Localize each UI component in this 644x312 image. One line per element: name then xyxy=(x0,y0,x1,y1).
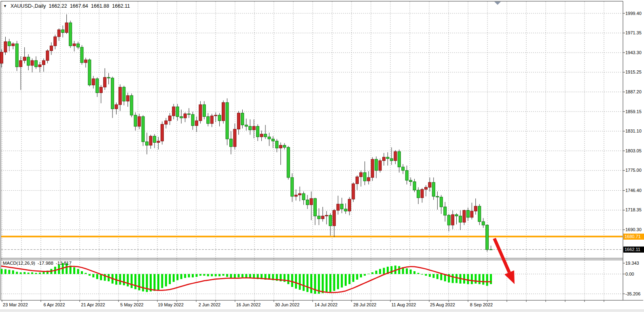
price-tick-label: 1859.15 xyxy=(625,109,642,114)
date-label: 11 Aug 2022 xyxy=(392,302,416,307)
date-label: 19 May 2022 xyxy=(158,302,184,307)
time-axis[interactable]: 23 Mar 20226 Apr 202221 Apr 20225 May 20… xyxy=(0,301,644,309)
autoscroll-marker-icon[interactable] xyxy=(494,2,501,5)
indicator-value: -17.988 xyxy=(38,261,53,266)
support-price-badge: 1680.71 xyxy=(623,234,644,240)
price-tick-label: 1690.30 xyxy=(625,227,642,232)
chart-window: ▼ XAUUSD-,Daily 1662.22 1667.64 1661.88 … xyxy=(0,0,644,312)
window-bottom-edge xyxy=(0,310,644,312)
date-label: 21 Apr 2022 xyxy=(81,302,105,307)
gridlines xyxy=(1,2,623,300)
price-tick-label: 1803.05 xyxy=(625,148,642,154)
last-price-badge: 1662.11 xyxy=(623,247,644,253)
indicator-tick-label: -35.206 xyxy=(625,291,640,297)
price-tick-label: 1915.25 xyxy=(625,70,642,75)
date-label: 25 Aug 2022 xyxy=(430,302,455,307)
quote-close: 1662.11 xyxy=(112,3,130,9)
price-tick-label: 1971.35 xyxy=(625,30,642,36)
axis-tick-marks xyxy=(2,13,625,302)
candles-series xyxy=(0,14,493,251)
date-label: 5 May 2022 xyxy=(120,302,143,307)
indicator-signal-value: -13.817 xyxy=(56,261,72,266)
panel-frame xyxy=(1,1,643,300)
indicator-tick-label: 0.00 xyxy=(625,272,634,277)
symbol-timeframe-label: XAUUSD-,Daily xyxy=(11,3,46,9)
price-tick-label: 1887.20 xyxy=(625,89,642,95)
price-tick-label: 1746.40 xyxy=(625,188,642,193)
date-label: 14 Jul 2022 xyxy=(315,302,338,307)
price-tick-label: 1718.35 xyxy=(625,207,642,213)
date-label: 28 Jul 2022 xyxy=(354,302,377,307)
date-label: 16 Jun 2022 xyxy=(236,302,261,307)
symbol-quote-bar: ▼ XAUUSD-,Daily 1662.22 1667.64 1661.88 … xyxy=(3,3,130,9)
date-label: 30 Jun 2022 xyxy=(275,302,300,307)
symbol-dropdown-icon[interactable]: ▼ xyxy=(3,4,7,8)
date-label: 23 Mar 2022 xyxy=(3,302,28,307)
quote-open: 1662.22 xyxy=(49,3,67,9)
price-tick-label: 1775.00 xyxy=(625,168,642,173)
date-label: 6 Apr 2022 xyxy=(43,302,65,307)
date-label: 8 Sep 2022 xyxy=(470,302,493,307)
quote-low: 1661.88 xyxy=(91,3,109,9)
quote-high: 1667.64 xyxy=(70,3,88,9)
price-axis[interactable]: 1680.71 1662.11 1999.401971.351943.30191… xyxy=(625,0,644,312)
indicator-label: MACD(12,26,9) -17.988 -13.817 xyxy=(3,261,72,266)
price-tick-label: 1831.10 xyxy=(625,129,642,134)
chart-canvas[interactable] xyxy=(0,0,644,312)
price-tick-label: 1943.30 xyxy=(625,50,642,55)
trend-arrow[interactable] xyxy=(494,238,515,284)
indicator-tick-label: 19.343 xyxy=(625,261,639,266)
indicator-name: MACD(12,26,9) xyxy=(3,261,35,266)
date-label: 2 Jun 2022 xyxy=(199,302,220,307)
price-tick-label: 1999.40 xyxy=(625,11,642,16)
